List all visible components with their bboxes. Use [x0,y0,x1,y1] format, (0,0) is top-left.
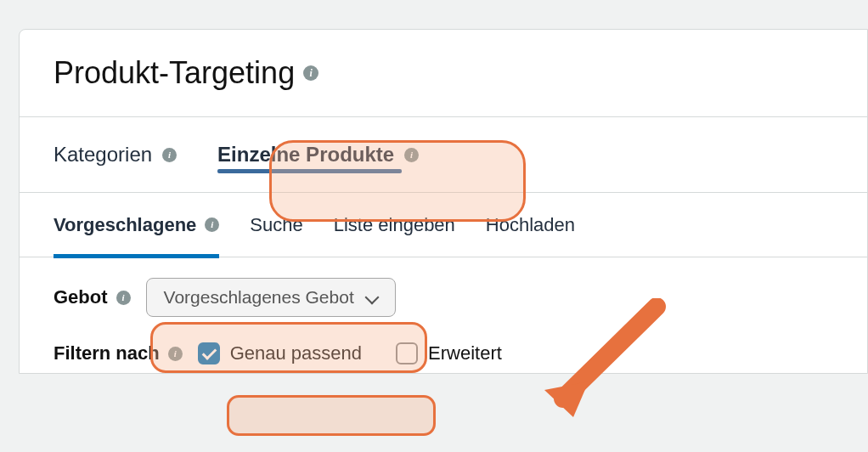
bid-row: Gebot i Vorgeschlagenes Gebot [54,278,833,317]
subtab-search[interactable]: Suche [250,209,302,241]
tab-individual-products[interactable]: Einzelne Produkte i [217,138,419,172]
primary-tabs: Kategorien i Einzelne Produkte i [20,116,867,193]
chevron-down-icon [366,291,378,303]
filter-label-text: Filtern nach [54,342,160,364]
dropdown-value: Vorgeschlagenes Gebot [164,287,354,308]
bid-label: Gebot i [54,286,131,308]
info-icon[interactable]: i [168,347,183,361]
active-underline [217,169,402,173]
subtab-enter-list[interactable]: Liste eingeben [334,209,455,241]
info-icon[interactable]: i [303,65,318,81]
page-title: Produkt-Targeting i [54,55,833,91]
highlight-exact-checkbox [227,395,436,436]
heading-text: Produkt-Targeting [54,55,295,91]
heading-row: Produkt-Targeting i [20,30,867,116]
filter-section: Gebot i Vorgeschlagenes Gebot Filtern na… [20,257,867,373]
subtab-label: Hochladen [486,214,575,236]
info-icon[interactable]: i [162,148,177,162]
filter-label: Filtern nach i [54,342,183,364]
bid-label-text: Gebot [54,286,108,308]
tab-label: Einzelne Produkte [217,143,394,167]
info-icon[interactable]: i [116,291,131,305]
checkbox-input[interactable] [396,342,418,364]
info-icon[interactable]: i [205,218,219,232]
filter-by-row: Filtern nach i Genau passend Erweitert [54,342,833,364]
checkbox-input[interactable] [198,342,220,364]
checkbox-expanded[interactable]: Erweitert [396,342,502,364]
tab-categories[interactable]: Kategorien i [54,138,177,172]
checkbox-label: Genau passend [230,342,362,364]
info-icon[interactable]: i [404,148,419,162]
checkbox-exact-match[interactable]: Genau passend [198,342,362,364]
checkbox-label: Erweitert [428,342,502,364]
subtab-upload[interactable]: Hochladen [486,209,575,241]
bid-dropdown[interactable]: Vorgeschlagenes Gebot [146,278,396,317]
subtab-suggested[interactable]: Vorgeschlagene i [54,209,219,241]
tab-label: Kategorien [54,143,152,167]
subtab-label: Suche [250,214,302,236]
product-targeting-panel: Produkt-Targeting i Kategorien i Einzeln… [19,29,868,374]
checkbox-group: Genau passend Erweitert [198,342,502,364]
subtab-label: Vorgeschlagene [54,214,196,236]
svg-marker-2 [544,381,589,417]
subtab-label: Liste eingeben [334,214,455,236]
secondary-tabs: Vorgeschlagene i Suche Liste eingeben Ho… [20,193,867,257]
